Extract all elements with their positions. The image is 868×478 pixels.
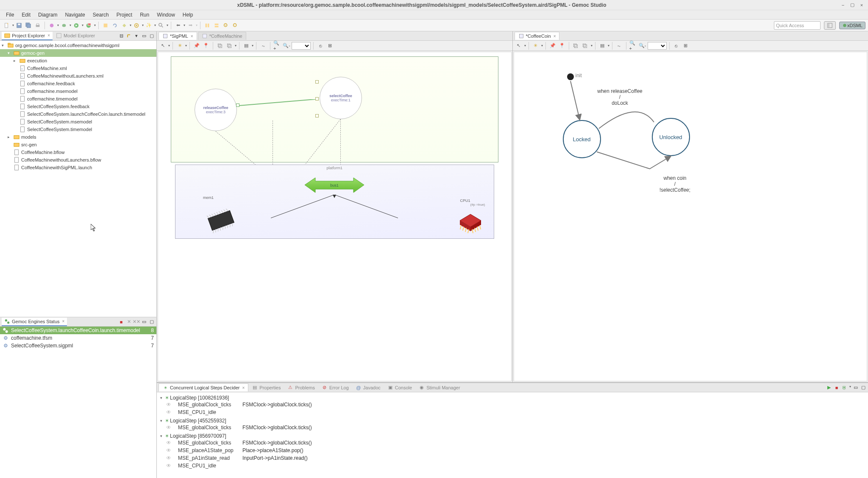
mse-row[interactable]: 👁MSE_globalClock_ticksFSMClock->globalCl… (160, 440, 865, 447)
unpin-icon[interactable]: 📍 (558, 42, 566, 50)
yellow-icon[interactable]: ◆ (120, 22, 128, 29)
tree-file[interactable]: coffemachine.msemodel (0, 87, 156, 95)
save-icon[interactable] (15, 22, 23, 29)
port[interactable] (315, 114, 319, 117)
maximize-view-icon[interactable]: ▢ (149, 33, 155, 39)
layer-icon[interactable]: ▤ (242, 42, 250, 50)
port[interactable] (315, 97, 319, 101)
nav-back-icon[interactable]: ⬅ (174, 22, 182, 29)
menu-edit[interactable]: Edit (18, 11, 34, 19)
copy-layout-icon[interactable]: ⿻ (572, 42, 580, 50)
paste-layout-icon[interactable]: ⿻ (225, 42, 233, 50)
run-icon[interactable] (72, 22, 80, 29)
search-icon[interactable] (157, 22, 165, 29)
close-button[interactable]: × (859, 2, 865, 8)
selectCoffee-node[interactable]: selectCoffee execTime:1 (320, 77, 362, 119)
project-explorer-tab[interactable]: Project Explorer × (2, 32, 53, 40)
cursor-icon[interactable]: ↖ (159, 42, 167, 50)
console-tab[interactable]: ▣Console (384, 384, 415, 391)
tree-project-root[interactable]: ▾org.gemoc.sample.bcool.coffeemachinewit… (0, 42, 156, 49)
minimize-view-icon[interactable]: ▭ (853, 385, 859, 391)
pin-icon[interactable]: 📌 (193, 42, 200, 50)
tree-file[interactable]: SelectCoffeeSystem.msemodel (0, 118, 156, 126)
menu-file[interactable]: File (3, 11, 17, 19)
tree-file[interactable]: CoffeeMachinewithSigPML.launch (0, 164, 156, 171)
snap-icon[interactable]: ✳ (532, 42, 540, 50)
close-icon[interactable]: × (242, 386, 245, 390)
port[interactable] (315, 80, 319, 84)
minimize-view-icon[interactable]: ▭ (141, 33, 147, 39)
tree-execution[interactable]: ▸execution (0, 57, 156, 64)
maximize-button[interactable]: ▢ (849, 2, 855, 8)
maximize-view-icon[interactable]: ▢ (860, 385, 866, 391)
mse-row[interactable]: 👁MSE_pA1inState_readInputPort->pA1inStat… (160, 455, 865, 463)
menu-help[interactable]: Help (179, 11, 197, 19)
link-editor-icon[interactable] (126, 33, 132, 39)
coffeemachine-tab[interactable]: *CoffeeMachine (198, 32, 246, 40)
copy-layout-icon[interactable]: ⿻ (216, 42, 224, 50)
tree-file[interactable]: SelectCoffeeSystem.launchCoffeeCoin.laun… (0, 110, 156, 118)
stimuli-tab[interactable]: ◉Stimuli Manager (415, 384, 463, 391)
zoom-out-icon[interactable]: 🔍- (639, 42, 646, 50)
close-icon[interactable]: × (47, 33, 50, 38)
new-plugin-icon[interactable] (102, 22, 109, 29)
minimize-view-icon[interactable]: ▭ (141, 319, 147, 325)
menu-diagram[interactable]: Diagram (35, 11, 61, 19)
zoom-select[interactable] (648, 42, 667, 50)
new-dropdown[interactable]: ▾ (12, 23, 14, 27)
update-icon[interactable] (111, 22, 119, 29)
steps-tree[interactable]: ▾✶LogicalStep [1008261936]👁MSE_globalClo… (157, 392, 868, 478)
zoom-out-icon[interactable]: 🔍- (283, 42, 290, 50)
cursor-icon[interactable]: ↖ (515, 42, 523, 50)
close-icon[interactable]: × (191, 34, 193, 39)
paste-layout-icon[interactable]: ⿻ (581, 42, 589, 50)
pin2-icon[interactable] (213, 22, 220, 29)
close-icon[interactable]: × (554, 34, 556, 39)
tree-file[interactable]: CoffeeMachinewithoutLaunchers.bflow (0, 156, 156, 164)
layout-icon[interactable]: ⊞ (682, 42, 690, 50)
shield-icon[interactable]: ⛨ (841, 385, 847, 391)
zoom-in-icon[interactable]: 🔍+ (629, 42, 637, 50)
bus-arrow[interactable]: bus1 (305, 176, 364, 196)
mse-row[interactable]: 👁MSE_globalClock_ticksFSMClock->globalCl… (160, 402, 865, 409)
nav-forward-icon[interactable]: ➡ (186, 22, 194, 29)
engine-row[interactable]: SelectCoffeeSystem.launchCoffeeCoin.laun… (0, 327, 156, 334)
tree-gemoc-gen[interactable]: ▾gemoc-gen (0, 49, 156, 57)
layer-icon[interactable]: ▤ (598, 42, 606, 50)
remove-all-icon[interactable]: ✕✕ (134, 319, 139, 325)
coffeecoin-tab[interactable]: *CoffeeCoin × (515, 32, 560, 40)
logical-step[interactable]: ▾✶LogicalStep [455255932] (160, 417, 865, 425)
coffeecoin-canvas[interactable]: init Locked Unlocked when releaseCoffee … (514, 52, 868, 381)
pin-icon[interactable]: 📌 (549, 42, 556, 50)
view-menu-icon[interactable]: ▾ (134, 33, 139, 39)
sigpml-canvas[interactable]: releaseCoffee execTime:3 selectCoffee ex… (158, 52, 512, 381)
snap-icon[interactable]: ✳ (176, 42, 184, 50)
zoom-select[interactable] (292, 42, 311, 50)
play-icon[interactable]: ▶ (826, 385, 832, 391)
sigpml-top-container[interactable]: releaseCoffee execTime:3 selectCoffee ex… (171, 56, 498, 162)
collapse-all-icon[interactable]: ⊟ (118, 33, 124, 39)
remove-icon[interactable]: ✕ (126, 319, 132, 325)
tree-models[interactable]: ▸models (0, 133, 156, 141)
zoom-in-icon[interactable]: 🔍+ (273, 42, 281, 50)
menu-run[interactable]: Run (136, 11, 153, 19)
engines-tab[interactable]: Gemoc Engines Status × (2, 318, 67, 326)
menu-navigate[interactable]: Navigate (61, 11, 88, 19)
filter-icon[interactable]: ⏦ (615, 42, 623, 50)
engine-row[interactable]: ⚙ coffemachine.tfsm 7 (0, 334, 156, 342)
mse-row[interactable]: 👁MSE_globalClock_ticksFSMClock->globalCl… (160, 425, 865, 432)
close-icon[interactable]: × (62, 319, 65, 324)
print-icon[interactable] (34, 22, 42, 29)
menu-search[interactable]: Search (89, 11, 112, 19)
new-icon[interactable] (3, 22, 11, 29)
sigpml-tab[interactable]: *SigPML × (159, 32, 197, 40)
locked-state[interactable]: Locked (563, 120, 601, 158)
mem-chip[interactable] (203, 208, 239, 233)
filter-icon[interactable]: ⏦ (259, 42, 267, 50)
model-explorer-tab[interactable]: Model Explorer (53, 32, 97, 40)
stop-icon[interactable]: ■ (118, 319, 124, 325)
tree-file[interactable]: xCoffeeMachine.xml (0, 64, 156, 72)
gear-icon[interactable] (133, 22, 140, 29)
tree-file[interactable]: coffemachine.feedback (0, 80, 156, 87)
stop-icon[interactable]: ■ (834, 385, 840, 391)
